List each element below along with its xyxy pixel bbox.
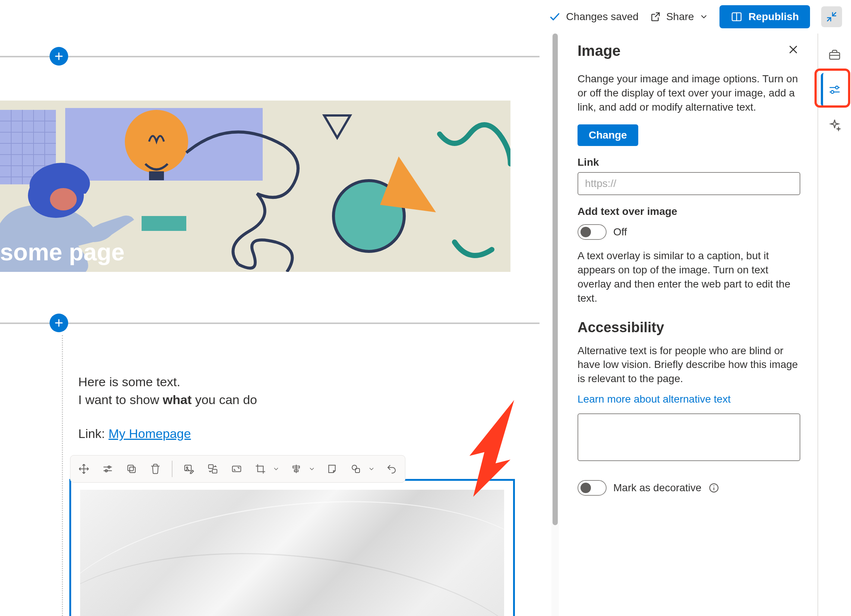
link-field-label: Link <box>577 156 799 168</box>
save-status-text: Changes saved <box>566 11 639 23</box>
learn-more-alt-text-link[interactable]: Learn more about alternative text <box>577 393 799 405</box>
image-pencil-icon <box>183 463 194 475</box>
chevron-down-icon <box>272 463 280 475</box>
move-button[interactable] <box>77 461 91 476</box>
sliders-icon <box>828 83 841 96</box>
toolbox-icon <box>828 48 841 62</box>
shapes-button[interactable] <box>348 461 363 476</box>
chevron-down-icon <box>308 463 316 475</box>
shapes-menu[interactable] <box>368 465 375 473</box>
toolbar-separator <box>172 461 173 477</box>
check-icon <box>549 11 561 23</box>
accessibility-heading: Accessibility <box>577 320 799 335</box>
content-link[interactable]: My Homepage <box>108 427 191 440</box>
undo-icon <box>386 463 397 475</box>
mark-decorative-toggle[interactable] <box>577 480 607 496</box>
top-command-bar: Changes saved Share Republish <box>0 0 851 33</box>
trash-icon <box>150 463 161 475</box>
text-link-line: Link: My Homepage <box>78 425 257 443</box>
svg-point-7 <box>835 86 838 89</box>
section-divider <box>0 56 540 57</box>
collapse-pane-button[interactable] <box>821 6 842 27</box>
rail-properties-button[interactable] <box>821 73 846 107</box>
svg-point-52 <box>352 465 357 470</box>
collapse-icon <box>826 11 837 23</box>
section-divider <box>0 323 540 324</box>
plus-icon <box>53 317 65 329</box>
delete-button[interactable] <box>148 461 163 476</box>
plus-icon <box>53 51 65 62</box>
mark-decorative-label: Mark as decorative <box>613 482 702 494</box>
image-webpart-selected[interactable] <box>69 479 515 616</box>
align-button[interactable] <box>289 461 304 476</box>
svg-point-45 <box>186 467 188 468</box>
svg-point-59 <box>713 485 714 487</box>
page-title: some page <box>0 238 125 266</box>
text-webpart[interactable]: Here is some text. I want to show what y… <box>78 373 257 443</box>
text-overlay-toggle[interactable] <box>577 224 607 240</box>
sparkle-icon <box>828 118 841 131</box>
republish-button[interactable]: Republish <box>719 5 810 28</box>
chevron-down-icon <box>699 12 708 21</box>
svg-point-9 <box>831 90 834 93</box>
share-icon <box>650 11 662 23</box>
canvas-scrollbar[interactable] <box>552 33 559 616</box>
move-icon <box>78 463 89 475</box>
close-panel-button[interactable] <box>788 44 799 58</box>
text-line: I want to show what you can do <box>78 391 257 409</box>
rail-toolbox-button[interactable] <box>822 38 847 72</box>
edit-image-button[interactable] <box>182 461 196 476</box>
close-icon <box>788 44 799 55</box>
panel-title: Image <box>577 42 799 59</box>
svg-rect-4 <box>830 53 840 59</box>
right-rail <box>818 33 851 616</box>
add-section-button[interactable] <box>50 47 68 66</box>
toggle-state-text: Off <box>613 226 627 238</box>
crop-menu[interactable] <box>272 465 280 473</box>
chevron-down-icon <box>368 463 375 475</box>
align-menu[interactable] <box>308 465 316 473</box>
image-swap-icon <box>207 463 218 475</box>
column-guide <box>62 335 63 616</box>
svg-line-3 <box>827 18 831 21</box>
resize-icon <box>231 463 242 475</box>
svg-point-28 <box>50 188 77 210</box>
svg-rect-47 <box>212 469 217 473</box>
sliders-icon <box>102 463 113 475</box>
svg-rect-26 <box>149 171 164 180</box>
image-edit-toolbar <box>70 455 405 483</box>
image-preview <box>80 490 504 616</box>
info-icon[interactable] <box>708 482 719 493</box>
accessibility-description: Alternative text is for people who are b… <box>577 344 799 386</box>
rail-design-ideas-button[interactable] <box>822 108 847 141</box>
scrollbar-thumb[interactable] <box>553 33 558 525</box>
add-section-button[interactable] <box>50 314 68 332</box>
crop-icon <box>255 463 266 475</box>
duplicate-button[interactable] <box>124 461 139 476</box>
text-line: Here is some text. <box>78 373 257 391</box>
hero-banner[interactable]: some page <box>0 101 510 272</box>
share-button[interactable]: Share <box>650 11 708 23</box>
republish-label: Republish <box>749 11 799 23</box>
text-overlay-label: Add text over image <box>577 206 799 218</box>
change-image-button[interactable]: Change <box>577 125 638 146</box>
link-input[interactable] <box>577 172 800 195</box>
svg-rect-46 <box>209 465 214 469</box>
book-icon <box>731 11 743 23</box>
copy-icon <box>126 463 137 475</box>
replace-image-button[interactable] <box>205 461 220 476</box>
svg-rect-48 <box>233 466 241 472</box>
panel-description: Change your image and image options. Tur… <box>577 72 799 114</box>
align-icon <box>291 463 302 475</box>
edit-properties-button[interactable] <box>100 461 115 476</box>
alt-text-input[interactable] <box>577 413 800 461</box>
resize-button[interactable] <box>229 461 244 476</box>
share-label: Share <box>666 11 694 23</box>
properties-panel: Image Change your image and image option… <box>562 33 808 616</box>
caption-button[interactable] <box>325 461 340 476</box>
save-status: Changes saved <box>549 11 639 23</box>
crop-button[interactable] <box>253 461 268 476</box>
undo-button[interactable] <box>384 461 399 476</box>
text-overlay-help: A text overlay is similar to a caption, … <box>577 249 799 305</box>
svg-line-2 <box>833 13 836 16</box>
